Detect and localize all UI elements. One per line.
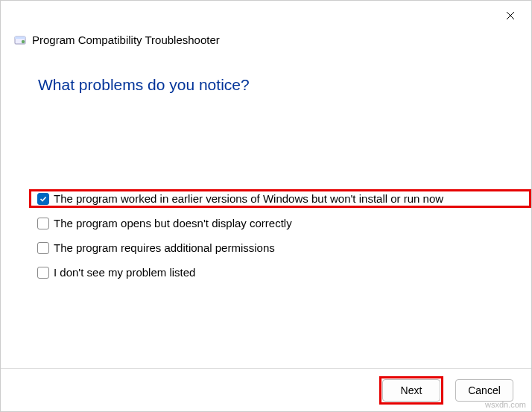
close-icon [506, 11, 515, 20]
option-earlier-versions[interactable]: The program worked in earlier versions o… [29, 189, 531, 208]
option-not-listed[interactable]: I don't see my problem listed [29, 263, 531, 282]
close-button[interactable] [498, 7, 522, 25]
svg-rect-1 [15, 37, 25, 39]
footer-bar: Next Cancel [1, 368, 531, 411]
option-label: The program requires additional permissi… [54, 241, 275, 254]
option-label: The program opens but doesn't display co… [54, 217, 292, 229]
troubleshooter-window: Program Compatibility Troubleshooter Wha… [0, 0, 532, 412]
next-button-label: Next [401, 384, 422, 396]
next-button[interactable]: Next [382, 379, 440, 402]
page-heading: What problems do you notice? [1, 46, 531, 94]
checkbox-icon [37, 242, 49, 254]
cancel-button[interactable]: Cancel [455, 379, 513, 402]
cancel-button-label: Cancel [468, 384, 501, 396]
option-label: The program worked in earlier versions o… [54, 192, 443, 205]
next-button-highlight: Next [379, 376, 443, 405]
troubleshooter-icon [14, 34, 26, 46]
option-label: I don't see my problem listed [54, 266, 195, 279]
checkbox-icon [37, 267, 49, 279]
options-list: The program worked in earlier versions o… [1, 94, 531, 282]
checkbox-icon [37, 193, 49, 205]
watermark: wsxdn.com [485, 400, 526, 409]
window-title: Program Compatibility Troubleshooter [32, 34, 220, 46]
option-display-incorrect[interactable]: The program opens but doesn't display co… [29, 214, 531, 232]
checkbox-icon [37, 218, 49, 229]
option-permissions[interactable]: The program requires additional permissi… [29, 238, 531, 257]
window-header: Program Compatibility Troubleshooter [1, 1, 531, 46]
svg-point-2 [22, 39, 25, 42]
